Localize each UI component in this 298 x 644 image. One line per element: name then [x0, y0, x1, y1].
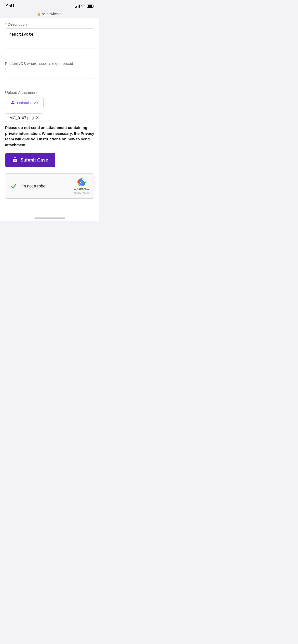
signal-icon — [75, 5, 80, 8]
upload-icon — [10, 100, 15, 106]
recaptcha-label: I'm not a robot — [21, 184, 47, 188]
recaptcha-left: I'm not a robot — [10, 183, 47, 190]
platform-section: Platform/OS where issue is experienced A… — [5, 61, 94, 79]
recaptcha-links[interactable]: Privacy - Terms — [74, 192, 89, 194]
upload-button-label: Upload Files — [17, 101, 38, 105]
attachment-warning: Please do not send an attachment contain… — [5, 125, 94, 148]
platform-input[interactable]: Android TV — [5, 68, 94, 79]
file-remove-button[interactable]: ✕ — [36, 115, 39, 120]
briefcase-icon — [12, 157, 18, 163]
submit-button[interactable]: Submit Case — [5, 153, 55, 167]
battery-icon — [87, 5, 93, 8]
file-tag: IMG_0107.png ✕ — [5, 113, 42, 122]
divider-2 — [0, 85, 99, 85]
home-bar — [34, 217, 65, 219]
upload-label: Upload Attachment — [5, 90, 94, 95]
recaptcha-logo-icon — [77, 178, 86, 187]
upload-button[interactable]: Upload Files — [5, 97, 44, 108]
recaptcha-checkbox[interactable] — [10, 183, 17, 190]
lock-icon: 🔒 — [37, 12, 41, 16]
status-time: 9:41 — [6, 4, 15, 9]
divider-1 — [0, 56, 99, 56]
wifi-icon — [81, 4, 85, 8]
recaptcha-brand-text: reCAPTCHA — [74, 188, 89, 191]
platform-label: Platform/OS where issue is experienced — [5, 61, 94, 66]
status-bar: 9:41 — [0, 0, 99, 11]
status-icons — [75, 4, 93, 8]
description-label: * Description — [5, 22, 94, 26]
upload-section: Upload Attachment Upload Files IMG_0107.… — [5, 90, 94, 148]
recaptcha-branding: reCAPTCHA Privacy - Terms — [74, 178, 89, 194]
url-text: help.twitch.tv — [42, 12, 62, 16]
recaptcha-widget[interactable]: I'm not a robot reCAPTCHA Privacy - Term… — [5, 173, 94, 199]
submit-label: Submit Case — [20, 157, 48, 163]
url-bar: 🔒 help.twitch.tv — [0, 11, 99, 18]
required-star: * — [5, 22, 7, 26]
file-name: IMG_0107.png — [8, 115, 34, 120]
description-input[interactable]: reactivate — [5, 28, 94, 49]
page-content: * Description reactivate Platform/OS whe… — [0, 18, 99, 212]
description-section: * Description reactivate — [5, 22, 94, 50]
home-indicator — [0, 212, 99, 221]
